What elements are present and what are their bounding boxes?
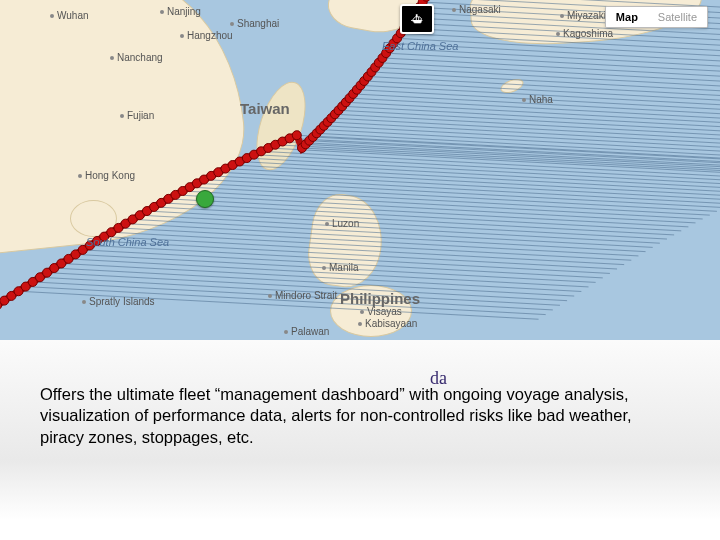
land-luzon bbox=[304, 190, 388, 291]
svg-line-19 bbox=[154, 207, 674, 235]
svg-line-43 bbox=[313, 137, 720, 165]
svg-point-120 bbox=[298, 143, 307, 152]
svg-line-26 bbox=[204, 180, 720, 208]
land-hainan bbox=[70, 200, 117, 237]
svg-point-123 bbox=[308, 132, 317, 141]
svg-point-142 bbox=[378, 53, 387, 62]
svg-point-121 bbox=[301, 140, 310, 149]
city-label: Mindoro Strait bbox=[268, 290, 337, 301]
svg-point-138 bbox=[363, 72, 372, 81]
svg-point-139 bbox=[367, 67, 376, 76]
svg-point-135 bbox=[352, 85, 361, 94]
svg-point-122 bbox=[305, 136, 314, 145]
svg-line-34 bbox=[261, 151, 720, 179]
svg-line-17 bbox=[140, 215, 660, 243]
city-label: Luzon bbox=[325, 218, 359, 229]
map-type-satellite-button[interactable]: Satellite bbox=[648, 7, 707, 27]
svg-line-63 bbox=[386, 53, 720, 81]
city-label: Kagoshima bbox=[556, 28, 613, 39]
svg-point-77 bbox=[0, 301, 2, 310]
svg-point-129 bbox=[330, 110, 339, 119]
svg-point-79 bbox=[7, 291, 16, 300]
svg-line-52 bbox=[346, 102, 720, 130]
svg-point-136 bbox=[356, 81, 365, 90]
caption-area: da Offers the ultimate fleet “management… bbox=[0, 340, 720, 540]
land-okinawa bbox=[499, 76, 526, 95]
city-label: Shanghai bbox=[230, 18, 279, 29]
svg-line-35 bbox=[268, 148, 720, 176]
svg-point-154 bbox=[422, 0, 431, 1]
svg-line-30 bbox=[233, 165, 720, 193]
city-label: Hong Kong bbox=[78, 170, 135, 181]
sea-label: South China Sea bbox=[86, 236, 169, 248]
svg-point-125 bbox=[316, 125, 325, 134]
sea-label: East China Sea bbox=[382, 40, 458, 52]
city-label: Nanjing bbox=[160, 6, 201, 17]
svg-point-124 bbox=[312, 129, 321, 138]
svg-point-140 bbox=[371, 63, 380, 72]
svg-point-112 bbox=[242, 154, 251, 163]
country-label: Philippines bbox=[340, 290, 420, 307]
svg-point-133 bbox=[345, 94, 354, 103]
svg-line-39 bbox=[297, 135, 720, 163]
svg-line-36 bbox=[275, 145, 720, 173]
svg-point-80 bbox=[14, 287, 23, 296]
svg-line-31 bbox=[240, 162, 720, 190]
svg-point-78 bbox=[0, 296, 9, 305]
current-position-marker[interactable] bbox=[196, 190, 214, 208]
svg-line-24 bbox=[190, 187, 710, 215]
svg-point-131 bbox=[338, 102, 347, 111]
caption-text: Offers the ultimate fleet “management da… bbox=[40, 384, 680, 448]
svg-line-16 bbox=[133, 219, 653, 247]
map-type-map-button[interactable]: Map bbox=[606, 7, 648, 27]
svg-line-47 bbox=[328, 122, 720, 150]
city-label: Spratly Islands bbox=[82, 296, 155, 307]
city-label: Fujian bbox=[120, 110, 154, 121]
ship-icon[interactable]: ⛴ bbox=[400, 4, 434, 34]
city-label: Palawan bbox=[284, 326, 329, 337]
svg-line-41 bbox=[306, 144, 720, 172]
svg-line-62 bbox=[382, 58, 720, 86]
svg-line-64 bbox=[390, 48, 720, 76]
svg-line-60 bbox=[375, 67, 720, 95]
svg-line-50 bbox=[339, 110, 720, 138]
svg-point-141 bbox=[374, 58, 383, 67]
ship-glyph: ⛴ bbox=[411, 12, 424, 27]
svg-line-44 bbox=[317, 133, 720, 161]
svg-point-134 bbox=[349, 89, 358, 98]
svg-line-48 bbox=[331, 118, 720, 146]
svg-line-29 bbox=[225, 169, 720, 197]
city-label: Naha bbox=[522, 94, 553, 105]
svg-line-37 bbox=[283, 142, 720, 170]
svg-line-40 bbox=[302, 148, 720, 176]
city-label: Wuhan bbox=[50, 10, 89, 21]
svg-point-83 bbox=[35, 273, 44, 282]
svg-line-21 bbox=[168, 199, 688, 227]
svg-line-51 bbox=[342, 106, 720, 134]
svg-point-88 bbox=[71, 250, 80, 259]
svg-line-22 bbox=[176, 195, 696, 223]
svg-line-46 bbox=[324, 126, 720, 154]
map-type-toggle: Map Satellite bbox=[605, 6, 708, 28]
svg-line-45 bbox=[320, 130, 720, 158]
map-area[interactable]: ⛴ WuhanNanjingHangzhouShanghaiNanchangFu… bbox=[0, 0, 720, 340]
city-label: Kabisayaan bbox=[358, 318, 417, 329]
svg-line-20 bbox=[161, 203, 681, 231]
svg-line-15 bbox=[126, 224, 646, 252]
svg-point-82 bbox=[28, 277, 37, 286]
city-label: Hangzhou bbox=[180, 30, 233, 41]
svg-point-132 bbox=[341, 98, 350, 107]
svg-line-61 bbox=[379, 63, 720, 91]
svg-point-84 bbox=[43, 268, 52, 277]
city-label: Visayas bbox=[360, 306, 402, 317]
city-label: Nanchang bbox=[110, 52, 163, 63]
land-taiwan bbox=[247, 76, 315, 176]
svg-line-27 bbox=[211, 176, 720, 204]
svg-point-128 bbox=[327, 114, 336, 123]
svg-line-28 bbox=[218, 172, 720, 200]
svg-point-86 bbox=[57, 259, 66, 268]
svg-line-42 bbox=[309, 141, 720, 169]
city-label: Nagasaki bbox=[452, 4, 501, 15]
svg-line-49 bbox=[335, 114, 720, 142]
svg-line-33 bbox=[254, 155, 720, 183]
